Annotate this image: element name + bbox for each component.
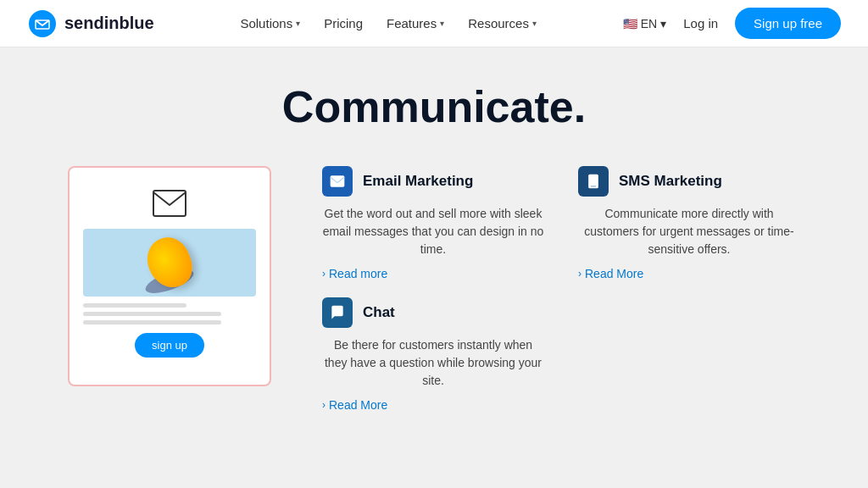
mockup-line-1 [83, 303, 186, 308]
logo-icon [27, 8, 58, 39]
email-icon-svg [329, 173, 346, 190]
email-desc: Get the word out and sell more with slee… [322, 205, 544, 258]
feature-email-header: Email Marketing [322, 166, 544, 197]
hero-section: Communicate. sign up [0, 47, 868, 429]
brand-name: sendinblue [64, 14, 154, 33]
sms-read-more[interactable]: › Read More [578, 267, 800, 280]
svg-rect-3 [331, 175, 345, 186]
email-marketing-icon [322, 166, 353, 197]
solutions-arrow-icon: ▾ [296, 19, 300, 28]
chat-icon-svg [329, 304, 346, 321]
language-selector[interactable]: 🇺🇸 EN ▾ [623, 17, 666, 30]
chat-read-more-chevron-icon: › [322, 399, 326, 411]
mockup-product-image [83, 229, 256, 297]
sms-read-more-chevron-icon: › [578, 268, 581, 280]
chat-icon [322, 297, 353, 328]
login-link[interactable]: Log in [683, 16, 718, 30]
feature-email: Email Marketing Get the word out and sel… [322, 166, 544, 280]
feature-chat: Chat Be there for customers instantly wh… [322, 297, 544, 412]
envelope-icon [153, 190, 186, 217]
features-grid: Email Marketing Get the word out and sel… [322, 166, 800, 412]
navbar: sendinblue Solutions ▾ Pricing Features … [0, 0, 868, 47]
logo[interactable]: sendinblue [27, 8, 154, 39]
svg-rect-5 [591, 186, 597, 187]
chat-title: Chat [363, 304, 395, 321]
content-section: sign up Email Marketing Get the word out… [0, 166, 868, 412]
lang-arrow-icon: ▾ [660, 17, 666, 30]
resources-arrow-icon: ▾ [532, 19, 537, 28]
features-arrow-icon: ▾ [440, 19, 444, 28]
mockup-line-3 [83, 320, 221, 324]
nav-solutions[interactable]: Solutions ▾ [240, 16, 300, 30]
svg-rect-2 [153, 191, 186, 216]
mockup-signup-button[interactable]: sign up [135, 333, 204, 358]
nav-resources[interactable]: Resources ▾ [468, 16, 537, 30]
feature-sms-header: SMS Marketing [578, 166, 800, 197]
nav-right: 🇺🇸 EN ▾ Log in Sign up free [623, 8, 841, 39]
chat-desc: Be there for customers instantly when th… [322, 336, 544, 390]
email-mockup: sign up [68, 166, 271, 386]
nav-links: Solutions ▾ Pricing Features ▾ Resources… [240, 16, 536, 30]
email-read-more-chevron-icon: › [322, 268, 326, 280]
chat-read-more[interactable]: › Read More [322, 398, 544, 412]
signup-button[interactable]: Sign up free [735, 8, 841, 39]
nav-pricing[interactable]: Pricing [324, 16, 363, 30]
nav-features[interactable]: Features ▾ [387, 16, 444, 30]
svg-point-0 [29, 10, 56, 37]
email-read-more[interactable]: › Read more [322, 267, 544, 280]
flag-icon: 🇺🇸 [623, 17, 637, 30]
mockup-text-lines [83, 303, 256, 324]
hero-title: Communicate. [0, 81, 868, 132]
sms-icon-svg [585, 173, 602, 190]
email-title: Email Marketing [363, 173, 473, 190]
mockup-envelope-area [83, 181, 256, 224]
mockup-line-2 [83, 312, 221, 316]
feature-chat-header: Chat [322, 297, 544, 328]
feature-sms: SMS Marketing Communicate more directly … [578, 166, 800, 280]
sms-marketing-icon [578, 166, 609, 197]
sms-title: SMS Marketing [619, 173, 722, 190]
sms-desc: Communicate more directly with customers… [578, 205, 800, 258]
